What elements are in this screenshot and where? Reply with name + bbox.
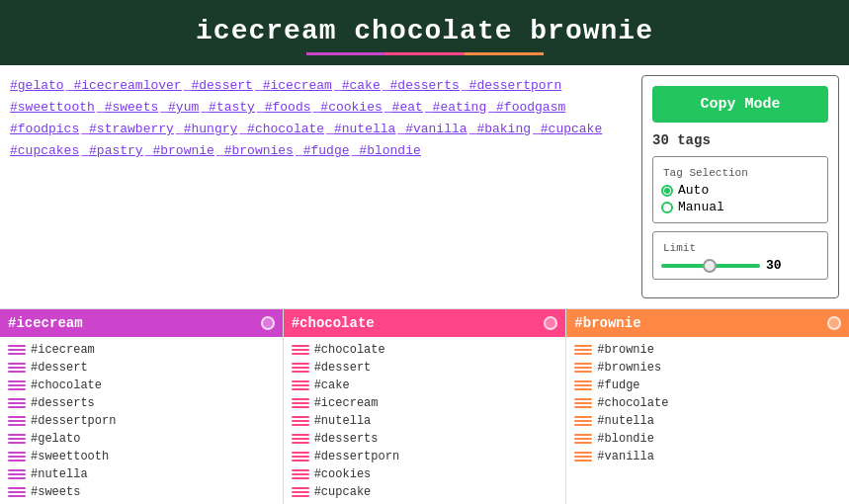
tag-link[interactable]: #sweets <box>105 100 159 115</box>
tag-link[interactable]: #cupcakes <box>10 143 79 158</box>
item-label: #cupcake <box>314 485 372 499</box>
col-header-brownie: #brownie <box>566 309 849 337</box>
list-item: #cupcake <box>284 483 566 501</box>
page-header: icecream chocolate brownie <box>0 0 849 65</box>
item-label: #desserts <box>314 432 379 446</box>
tag-link[interactable]: #hungry <box>184 122 238 136</box>
col-header-label-icecream: #icecream <box>8 315 83 331</box>
item-icon <box>292 416 309 426</box>
tag-link[interactable]: #blondie <box>359 143 420 158</box>
page-title: icecream chocolate brownie <box>10 16 839 46</box>
list-item: #vanilla <box>566 448 849 465</box>
list-item: #brownie <box>566 341 849 359</box>
item-icon <box>8 398 26 408</box>
tag-link[interactable]: #foodgasm <box>496 100 565 115</box>
tag-link[interactable]: #foods <box>265 100 311 115</box>
col-items-brownie: #brownie #brownies #fudge #chocolate <box>566 337 849 469</box>
list-item: #nutella <box>0 465 283 483</box>
tag-link[interactable]: #dessertporn <box>469 78 562 93</box>
manual-radio-dot <box>661 202 673 213</box>
item-icon <box>292 487 309 497</box>
list-item: #desserts <box>0 394 283 412</box>
tag-link[interactable]: #eat <box>392 100 423 115</box>
tag-link[interactable]: #desserts <box>390 78 460 93</box>
tag-link[interactable]: #icecreamlover <box>73 78 181 93</box>
item-label: #dessertporn <box>314 450 399 463</box>
auto-radio[interactable]: Auto <box>661 183 819 198</box>
item-icon <box>8 380 26 390</box>
item-label: #dessert <box>31 361 88 375</box>
item-label: #sweettooth <box>31 450 109 463</box>
tag-link[interactable]: #foodpics <box>10 122 79 136</box>
list-item: #dessertporn <box>0 412 283 430</box>
column-icecream: #icecream #icecream #dessert #chocolate <box>0 309 284 504</box>
item-icon <box>292 434 309 444</box>
underline-seg-3 <box>465 52 544 55</box>
item-label: #sweets <box>31 485 80 499</box>
item-label: #cake <box>314 378 350 392</box>
item-icon <box>8 434 26 444</box>
tag-link[interactable]: #cupcake <box>541 122 602 136</box>
col-radio-brownie[interactable] <box>827 316 841 330</box>
list-item: #nutella <box>284 412 566 430</box>
item-label: #chocolate <box>314 343 385 357</box>
item-label: #nutella <box>314 414 372 428</box>
limit-box: Limit 30 <box>652 231 828 280</box>
col-header-icecream: #icecream <box>0 309 283 337</box>
list-item: #brownies <box>566 359 849 377</box>
tag-selection-box: Tag Selection Auto Manual <box>652 156 828 223</box>
tag-link[interactable]: #gelato <box>10 78 64 93</box>
list-item: #cake <box>284 377 566 394</box>
tag-link[interactable]: #baking <box>476 122 531 136</box>
col-radio-icecream[interactable] <box>261 316 275 330</box>
list-item: #dessertporn <box>284 448 566 465</box>
columns-area: #icecream #icecream #dessert #chocolate <box>0 308 849 504</box>
copy-mode-button[interactable]: Copy Mode <box>652 86 828 123</box>
tag-link[interactable]: #dessert <box>191 78 252 93</box>
tag-link[interactable]: #cake <box>342 78 381 93</box>
tag-link[interactable]: #icecream <box>263 78 332 93</box>
tag-link[interactable]: #yum <box>168 100 199 115</box>
item-label: #nutella <box>597 414 654 428</box>
item-icon <box>8 416 26 426</box>
tag-link[interactable]: #cookies <box>320 100 382 115</box>
underline-seg-1 <box>306 52 385 55</box>
tags-text: #gelato #icecreamlover #dessert #icecrea… <box>10 75 632 162</box>
tags-area: #gelato #icecreamlover #dessert #icecrea… <box>10 75 632 298</box>
tag-link[interactable]: #pastry <box>89 143 143 158</box>
column-brownie: #brownie #brownie #brownies #fudge <box>566 309 849 504</box>
list-item: #cookies <box>284 465 566 483</box>
manual-label: Manual <box>678 200 724 214</box>
manual-radio[interactable]: Manual <box>661 200 819 214</box>
tag-link[interactable]: #fudge <box>303 143 350 158</box>
item-icon <box>574 345 592 355</box>
item-label: #desserts <box>31 396 95 410</box>
tag-link[interactable]: #vanilla <box>405 122 467 136</box>
limit-slider[interactable] <box>661 264 760 268</box>
item-label: #gelato <box>31 432 80 446</box>
item-label: #chocolate <box>597 396 668 410</box>
item-label: #icecream <box>314 396 379 410</box>
tag-link[interactable]: #brownies <box>224 143 294 158</box>
item-icon <box>574 434 592 444</box>
slider-container: 30 <box>661 258 819 273</box>
slider-value: 30 <box>766 258 782 273</box>
item-icon <box>292 469 309 479</box>
item-label: #nutella <box>31 467 88 481</box>
item-icon <box>292 452 309 462</box>
tag-link[interactable]: #chocolate <box>247 122 324 136</box>
column-chocolate: #chocolate #chocolate #dessert #cake <box>284 309 567 504</box>
underline-seg-2 <box>385 52 465 55</box>
tag-link[interactable]: #tasty <box>209 100 255 115</box>
item-label: #fudge <box>597 378 639 392</box>
tag-link[interactable]: #brownie <box>152 143 213 158</box>
tag-link[interactable]: #strawberry <box>89 122 174 136</box>
tag-link[interactable]: #nutella <box>334 122 395 136</box>
auto-label: Auto <box>678 183 709 198</box>
tag-link[interactable]: #eating <box>433 100 487 115</box>
item-label: #dessertporn <box>31 414 116 428</box>
tag-link[interactable]: #sweettooth <box>10 100 95 115</box>
col-radio-chocolate[interactable] <box>544 316 557 330</box>
list-item: #desserts <box>284 430 566 448</box>
col-items-chocolate: #chocolate #dessert #cake #icecream <box>284 337 566 504</box>
